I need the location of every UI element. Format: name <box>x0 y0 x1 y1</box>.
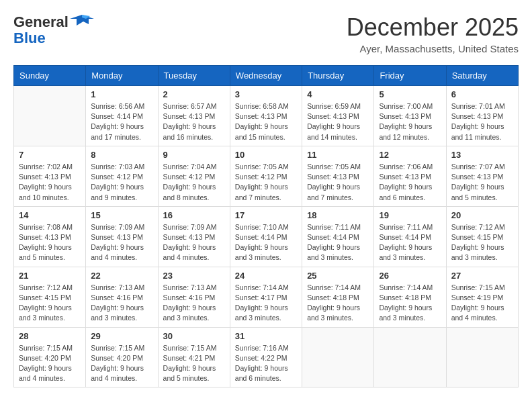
day-number: 23 <box>163 271 225 281</box>
calendar-cell: 4Sunrise: 6:59 AMSunset: 4:13 PMDaylight… <box>302 86 374 146</box>
day-number: 26 <box>379 271 441 281</box>
calendar-cell <box>446 327 518 387</box>
day-number: 30 <box>163 331 225 341</box>
day-number: 31 <box>235 331 297 341</box>
day-number: 9 <box>163 150 225 160</box>
day-number: 21 <box>19 271 81 281</box>
calendar-cell: 8Sunrise: 7:03 AMSunset: 4:12 PMDaylight… <box>86 146 158 206</box>
calendar-cell: 28Sunrise: 7:15 AMSunset: 4:20 PMDayligh… <box>14 327 86 387</box>
calendar-header-row: SundayMondayTuesdayWednesdayThursdayFrid… <box>14 66 519 86</box>
calendar-cell: 22Sunrise: 7:13 AMSunset: 4:16 PMDayligh… <box>86 267 158 327</box>
calendar-week-row: 1Sunrise: 6:56 AMSunset: 4:14 PMDaylight… <box>14 86 519 146</box>
calendar-week-row: 21Sunrise: 7:12 AMSunset: 4:15 PMDayligh… <box>14 267 519 327</box>
calendar-cell: 19Sunrise: 7:11 AMSunset: 4:14 PMDayligh… <box>374 206 446 267</box>
day-info: Sunrise: 7:11 AMSunset: 4:14 PMDaylight:… <box>307 222 369 263</box>
calendar-cell: 25Sunrise: 7:14 AMSunset: 4:18 PMDayligh… <box>302 267 374 327</box>
day-number: 4 <box>307 89 369 99</box>
logo-general: General <box>13 15 69 30</box>
calendar-cell: 1Sunrise: 6:56 AMSunset: 4:14 PMDaylight… <box>86 86 158 146</box>
day-number: 19 <box>379 210 441 220</box>
day-number: 2 <box>163 89 225 99</box>
day-info: Sunrise: 7:06 AMSunset: 4:13 PMDaylight:… <box>379 162 441 203</box>
calendar-header-saturday: Saturday <box>446 66 518 86</box>
day-info: Sunrise: 6:56 AMSunset: 4:14 PMDaylight:… <box>91 101 152 142</box>
day-info: Sunrise: 7:13 AMSunset: 4:16 PMDaylight:… <box>163 283 225 324</box>
calendar-header-sunday: Sunday <box>14 66 86 86</box>
day-number: 13 <box>451 150 513 160</box>
day-info: Sunrise: 7:12 AMSunset: 4:15 PMDaylight:… <box>451 222 513 263</box>
calendar-cell: 26Sunrise: 7:14 AMSunset: 4:18 PMDayligh… <box>374 267 446 327</box>
day-number: 10 <box>235 150 297 160</box>
day-info: Sunrise: 7:01 AMSunset: 4:13 PMDaylight:… <box>451 101 513 142</box>
day-number: 14 <box>19 210 81 220</box>
calendar-cell: 6Sunrise: 7:01 AMSunset: 4:13 PMDaylight… <box>446 86 518 146</box>
calendar-week-row: 28Sunrise: 7:15 AMSunset: 4:20 PMDayligh… <box>14 327 519 387</box>
day-number: 1 <box>91 89 152 99</box>
calendar-cell: 11Sunrise: 7:05 AMSunset: 4:13 PMDayligh… <box>302 146 374 206</box>
day-info: Sunrise: 7:15 AMSunset: 4:21 PMDaylight:… <box>163 343 225 384</box>
day-number: 28 <box>19 331 81 341</box>
calendar-cell: 12Sunrise: 7:06 AMSunset: 4:13 PMDayligh… <box>374 146 446 206</box>
day-info: Sunrise: 7:13 AMSunset: 4:16 PMDaylight:… <box>91 283 152 324</box>
day-info: Sunrise: 7:15 AMSunset: 4:19 PMDaylight:… <box>451 283 513 324</box>
day-info: Sunrise: 7:15 AMSunset: 4:20 PMDaylight:… <box>19 343 81 384</box>
day-number: 8 <box>91 150 152 160</box>
day-number: 11 <box>307 150 369 160</box>
day-number: 20 <box>451 210 513 220</box>
calendar-cell: 27Sunrise: 7:15 AMSunset: 4:19 PMDayligh… <box>446 267 518 327</box>
day-info: Sunrise: 7:05 AMSunset: 4:13 PMDaylight:… <box>307 162 369 203</box>
calendar-header-thursday: Thursday <box>302 66 374 86</box>
day-info: Sunrise: 7:07 AMSunset: 4:13 PMDaylight:… <box>451 162 513 203</box>
day-info: Sunrise: 7:11 AMSunset: 4:14 PMDaylight:… <box>379 222 441 263</box>
calendar-table: SundayMondayTuesdayWednesdayThursdayFrid… <box>13 65 519 387</box>
calendar-cell: 14Sunrise: 7:08 AMSunset: 4:13 PMDayligh… <box>14 206 86 267</box>
logo-bird-icon <box>70 12 94 31</box>
day-info: Sunrise: 7:09 AMSunset: 4:13 PMDaylight:… <box>91 222 152 263</box>
title-section: December 2025 Ayer, Massachusetts, Unite… <box>347 13 519 54</box>
day-number: 7 <box>19 150 81 160</box>
day-info: Sunrise: 6:57 AMSunset: 4:13 PMDaylight:… <box>163 101 225 142</box>
location-title: Ayer, Massachusetts, United States <box>347 43 519 54</box>
day-info: Sunrise: 7:04 AMSunset: 4:12 PMDaylight:… <box>163 162 225 203</box>
calendar-cell: 3Sunrise: 6:58 AMSunset: 4:13 PMDaylight… <box>230 86 302 146</box>
calendar-cell: 30Sunrise: 7:15 AMSunset: 4:21 PMDayligh… <box>158 327 230 387</box>
logo: General Blue <box>13 13 94 46</box>
calendar-cell: 13Sunrise: 7:07 AMSunset: 4:13 PMDayligh… <box>446 146 518 206</box>
day-info: Sunrise: 7:09 AMSunset: 4:13 PMDaylight:… <box>163 222 225 263</box>
day-info: Sunrise: 7:16 AMSunset: 4:22 PMDaylight:… <box>235 343 297 384</box>
calendar-cell: 15Sunrise: 7:09 AMSunset: 4:13 PMDayligh… <box>86 206 158 267</box>
month-title: December 2025 <box>347 13 519 42</box>
calendar-cell: 9Sunrise: 7:04 AMSunset: 4:12 PMDaylight… <box>158 146 230 206</box>
calendar-cell: 2Sunrise: 6:57 AMSunset: 4:13 PMDaylight… <box>158 86 230 146</box>
calendar-header-tuesday: Tuesday <box>158 66 230 86</box>
calendar-cell: 10Sunrise: 7:05 AMSunset: 4:12 PMDayligh… <box>230 146 302 206</box>
calendar-cell: 21Sunrise: 7:12 AMSunset: 4:15 PMDayligh… <box>14 267 86 327</box>
calendar-cell: 7Sunrise: 7:02 AMSunset: 4:13 PMDaylight… <box>14 146 86 206</box>
day-number: 12 <box>379 150 441 160</box>
day-info: Sunrise: 7:02 AMSunset: 4:13 PMDaylight:… <box>19 162 81 203</box>
day-number: 22 <box>91 271 152 281</box>
day-number: 6 <box>451 89 513 99</box>
calendar-cell: 20Sunrise: 7:12 AMSunset: 4:15 PMDayligh… <box>446 206 518 267</box>
day-number: 17 <box>235 210 297 220</box>
day-info: Sunrise: 7:15 AMSunset: 4:20 PMDaylight:… <box>91 343 152 384</box>
day-info: Sunrise: 7:14 AMSunset: 4:17 PMDaylight:… <box>235 283 297 324</box>
day-number: 16 <box>163 210 225 220</box>
day-number: 27 <box>451 271 513 281</box>
day-info: Sunrise: 7:03 AMSunset: 4:12 PMDaylight:… <box>91 162 152 203</box>
day-number: 25 <box>307 271 369 281</box>
day-number: 29 <box>91 331 152 341</box>
day-info: Sunrise: 7:10 AMSunset: 4:14 PMDaylight:… <box>235 222 297 263</box>
calendar-cell: 5Sunrise: 7:00 AMSunset: 4:13 PMDaylight… <box>374 86 446 146</box>
calendar-header-monday: Monday <box>86 66 158 86</box>
day-info: Sunrise: 6:58 AMSunset: 4:13 PMDaylight:… <box>235 101 297 142</box>
day-info: Sunrise: 7:14 AMSunset: 4:18 PMDaylight:… <box>379 283 441 324</box>
day-number: 24 <box>235 271 297 281</box>
calendar-cell <box>14 86 86 146</box>
day-info: Sunrise: 6:59 AMSunset: 4:13 PMDaylight:… <box>307 101 369 142</box>
calendar-cell <box>302 327 374 387</box>
calendar-cell: 31Sunrise: 7:16 AMSunset: 4:22 PMDayligh… <box>230 327 302 387</box>
calendar-week-row: 7Sunrise: 7:02 AMSunset: 4:13 PMDaylight… <box>14 146 519 206</box>
day-number: 3 <box>235 89 297 99</box>
day-info: Sunrise: 7:14 AMSunset: 4:18 PMDaylight:… <box>307 283 369 324</box>
